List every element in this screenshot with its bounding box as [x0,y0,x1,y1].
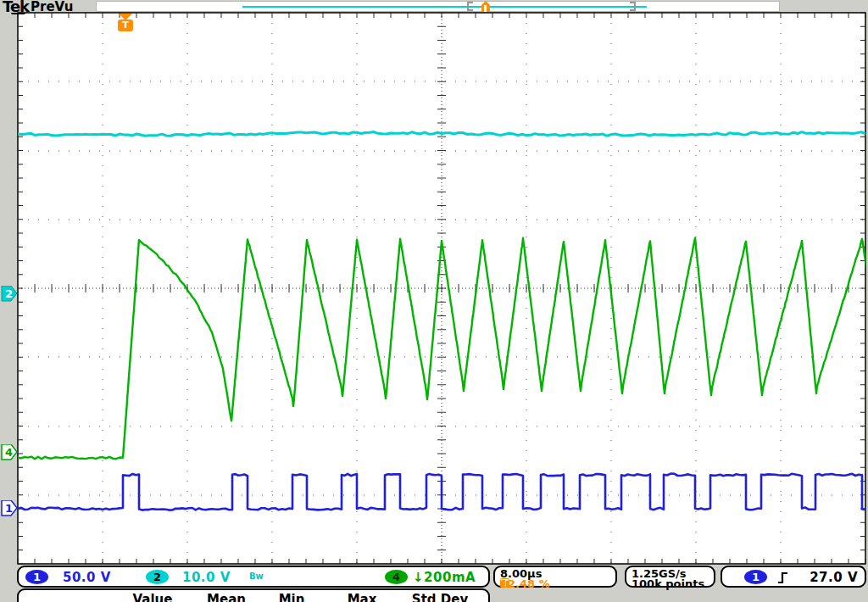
trigger-level-readout: 27.0 V [810,570,858,585]
channel-flag-ch1[interactable]: 1 [1,500,19,516]
trigger-position-marker[interactable]: T [118,20,133,31]
ch1-scale-readout[interactable]: 50.0 V [63,570,111,585]
tek-logo-underline [11,13,25,14]
svg-text:2: 2 [5,287,13,300]
measurement-col-header-min: Min [279,592,305,602]
acquisition-readout-box[interactable]: 1.25GS/s 100k points [625,566,715,588]
ch4-scale-readout[interactable]: ↓200mA [413,570,476,585]
record-view-bar [96,1,780,12]
measurement-col-header-mean: Mean [207,592,246,602]
waveform-plot [0,0,868,602]
trigger-readout-box[interactable]: 1 27.0 V [721,566,866,588]
ch4-badge[interactable]: 4 [385,570,408,584]
svg-text:4: 4 [5,446,13,459]
channel-flag-ch2[interactable]: 2 [1,286,19,302]
horizontal-readout-box[interactable]: 8.00µs T 12.48 % [493,566,617,588]
record-trigger-bars-icon [481,5,490,12]
record-trigger-marker[interactable] [481,1,491,12]
ch2-scale-readout[interactable]: 10.0 V [182,570,231,585]
trigger-source-badge: 1 [744,570,767,584]
trigger-position-readout: 12.48 % [500,577,550,590]
svg-text:1: 1 [5,502,13,515]
measurement-col-header-value: Value [133,592,173,602]
record-length-readout: 100k points [632,577,704,590]
channel-flag-ch4[interactable]: 4 [1,444,19,460]
record-length-line [242,6,647,8]
oscilloscope-screen: Tek PreVu T 2 4 1 1 50.0 V 2 10.0 V Bw 4… [0,0,868,602]
window-bracket-left[interactable] [467,2,473,11]
acquisition-status-label: PreVu [31,0,73,14]
measurement-col-header-stddev: Std Dev [412,592,468,602]
ch2-bandwidth-indicator: Bw [249,571,264,581]
ch2-badge[interactable]: 2 [146,570,169,584]
window-bracket-right[interactable] [630,2,636,11]
rising-edge-icon [776,570,790,585]
measurement-col-header-max: Max [348,592,377,602]
channel-readouts-box: 1 50.0 V 2 10.0 V Bw 4 ↓200mA [17,566,490,588]
measurement-table: Value Mean Min Max Std Dev [17,588,490,602]
ch1-badge[interactable]: 1 [25,570,48,584]
